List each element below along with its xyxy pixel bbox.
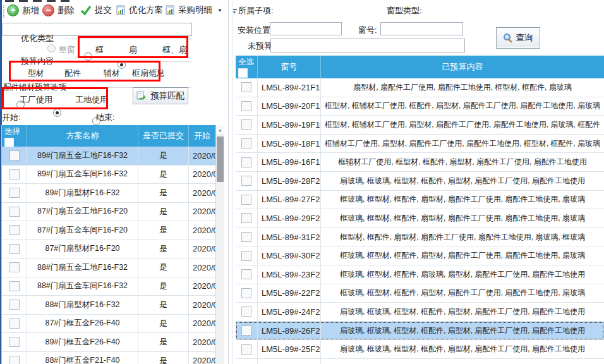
radio-whole-window[interactable] [47,44,56,52]
row-checkbox[interactable] [9,262,20,272]
submitted-cell: 是 [138,352,189,364]
select-all-checkbox[interactable] [4,138,14,147]
row-select-cell [2,296,27,314]
radio-accessory[interactable] [53,109,61,117]
plan-table-row[interactable]: 89#门框五金F26-F40是2020/0 [2,333,224,352]
budget-match-button[interactable]: 预算匹配 [133,87,188,104]
window-no-cell: LM5L-89#-21F19 [258,78,321,97]
plan-table-row[interactable]: 87#门框五金F26-F40是2020/0 [2,315,224,334]
row-checkbox[interactable] [9,318,20,329]
window-budget-row[interactable]: LM5L-89#-28F26扇玻璃, 框玻璃, 框型材, 框配件, 扇型材, 扇… [236,172,604,191]
plan-table-row[interactable]: 87#门扇五金车间F16-F20是2020/0 [2,221,224,240]
budgeted-content-cell: 框玻璃, 框型材, 框配件, 扇型材, 扇配件工厂使用, 扇配件工地使用, 扇玻… [321,246,604,265]
select-all-checkbox[interactable] [238,68,248,78]
panel-splitter[interactable] [228,0,229,364]
window-no-cell: LM5L-89#-28F26 [258,172,321,190]
row-checkbox[interactable] [241,325,251,336]
window-no-input[interactable] [380,22,463,35]
row-checkbox[interactable] [241,176,251,186]
plan-table-row[interactable]: 87#门扇五金工地F16-F20是2020/0 [2,203,224,222]
row-checkbox[interactable] [241,288,251,298]
plan-name-cell: 89#门扇五金工地F16-F32 [27,147,138,165]
plan-table-row[interactable]: 89#门扇五金工地F16-F32是2020/0 [2,147,224,166]
not-budgeted-input[interactable] [270,39,465,52]
plan-table-header: 选择 方案名称 是否已提交 开始 [2,125,224,147]
window-budget-row[interactable]: LM5L-89#-26F24扇玻璃, 框玻璃, 框型材, 框配件, 扇型材, 扇… [236,322,604,341]
row-checkbox[interactable] [241,195,251,205]
budgeted-content-column-header[interactable]: 已预算内容 [321,56,604,78]
plan-name-column-header[interactable]: 方案名称 [27,125,138,147]
delete-button[interactable]: − 删除 [42,4,75,16]
row-select-cell [236,322,258,340]
vertical-scrollbar[interactable]: ▲ [215,125,224,364]
window-budget-row[interactable]: LM5L-89#-16F15框辅材工厂使用, 框型材, 框配件, 扇型材, 扇配… [236,153,604,172]
submit-button[interactable]: 提交 [80,4,112,16]
row-checkbox[interactable] [241,157,251,167]
scrollbar-thumb[interactable] [217,136,224,182]
plan-table-row[interactable]: 89#门扇五金车间F16-F32是2020/0 [2,166,224,185]
panel-splitter-line [233,0,233,364]
window-type-label: 窗型类型: [387,5,422,16]
row-checkbox[interactable] [241,306,251,317]
window-budget-row[interactable]: LM5L-89#-25F23扇玻璃, 框玻璃, 框型材, 框配件, 扇型材, 扇… [236,340,604,359]
row-checkbox[interactable] [241,138,251,149]
window-budget-row[interactable]: LM5L-89#-22F20框玻璃, 框型材, 框配件, 扇型材, 扇配件工厂使… [236,284,604,303]
add-button-label: 新增 [22,5,39,16]
plan-name-cell: 87#门扇五金工地F16-F20 [27,203,138,221]
row-checkbox[interactable] [241,344,251,355]
radio-sash-label: 扇 [129,44,137,56]
window-no-cell: LM5L-89#-25F23 [258,340,321,358]
purchase-detail-button[interactable]: 采购明细 ▼ [166,4,222,16]
row-checkbox[interactable] [241,82,251,92]
plan-table-row[interactable]: 87#门扇型材F16-F20是2020/0 [2,240,224,259]
row-checkbox[interactable] [9,150,20,161]
minus-circle-icon: − [42,4,54,16]
window-budget-row[interactable]: LM5L-89#-23F21框玻璃, 框型材, 框配件, 扇玻璃, 扇型材, 扇… [236,265,604,284]
radio-auxiliary-label: 辅材 [104,68,120,79]
window-no-cell: LM5L-89#-20F18 [258,97,321,116]
row-checkbox[interactable] [241,213,251,223]
row-select-cell [236,284,258,303]
row-checkbox[interactable] [9,244,20,254]
plan-table-row[interactable]: 89#门扇型材F16-F32是2020/0 [2,184,224,203]
plan-table-row[interactable]: 88#门扇五金工地F16-F32是2020/0 [2,258,224,277]
query-button[interactable]: 查询 [496,27,540,49]
row-checkbox[interactable] [241,232,251,242]
optimize-plan-button[interactable]: 优化方案 [116,4,163,16]
row-checkbox[interactable] [9,188,20,198]
window-budget-row[interactable]: LM5L-89#-19F17框型材, 框辅材工厂使用, 扇型材, 扇配件工厂使用… [236,116,604,135]
window-budget-row[interactable]: LM5L-89#-29F27框玻璃, 框型材, 框配件, 扇型材, 扇配件工厂使… [236,209,604,228]
row-checkbox[interactable] [241,269,251,279]
row-checkbox[interactable] [9,356,20,364]
window-budget-row[interactable]: LM5L-89#-27F25框玻璃, 框型材, 框配件, 扇型材, 扇配件工厂使… [236,191,604,210]
row-checkbox[interactable] [241,119,251,130]
add-button[interactable]: + 新增 [7,4,39,16]
row-checkbox[interactable] [9,169,20,179]
row-select-cell [236,135,258,153]
row-select-cell [2,277,27,296]
window-no-cell: LM5L-89#-22F20 [258,284,321,303]
submitted-column-header[interactable]: 是否已提交 [138,125,189,147]
plan-table-row[interactable]: 88#门框五金F21-F40是2020/0 [2,352,224,364]
row-checkbox[interactable] [9,337,20,347]
toolbar-overflow-button[interactable]: ▼ [230,5,239,18]
install-position-input[interactable] [270,22,342,35]
row-checkbox[interactable] [9,281,20,291]
row-checkbox[interactable] [9,225,20,235]
window-budget-row[interactable]: LM5L-89#-21F19扇型材, 扇配件工厂使用, 扇配件工地使用, 框型材… [236,78,604,97]
plan-table-row[interactable]: 88#门扇五金车间F16-F32是2020/0 [2,277,224,296]
radio-frame[interactable] [84,52,92,61]
row-checkbox[interactable] [9,207,20,217]
scroll-up-button[interactable]: ▲ [216,125,224,135]
window-budget-row[interactable]: LM5L-89#-18F16框辅材工厂使用, 扇型材, 扇配件工厂使用, 扇配件… [236,135,604,154]
row-checkbox[interactable] [241,251,251,261]
row-checkbox[interactable] [241,101,251,111]
plan-table-row[interactable]: 88#门扇型材F16-F32是2020/0 [2,296,224,315]
window-budget-row[interactable]: LM5L-89#-24F22扇玻璃, 框玻璃, 框型材, 框配件, 扇型材, 扇… [236,303,604,322]
window-budget-row[interactable]: LM5L-89#-30F28框玻璃, 框型材, 框配件, 扇型材, 扇配件工厂使… [236,246,604,265]
window-budget-row[interactable]: LM5L-89#-31F29框型材, 框配件, 扇型材, 扇配件工厂使用, 扇配… [236,228,604,247]
row-checkbox[interactable] [9,300,20,310]
window-budget-row[interactable]: LM5L-89#-20F18框型材, 框辅材工厂使用, 框配件, 扇型材, 扇配… [236,97,604,116]
window-no-column-header[interactable]: 窗号 [258,56,321,78]
check-icon [80,5,92,16]
